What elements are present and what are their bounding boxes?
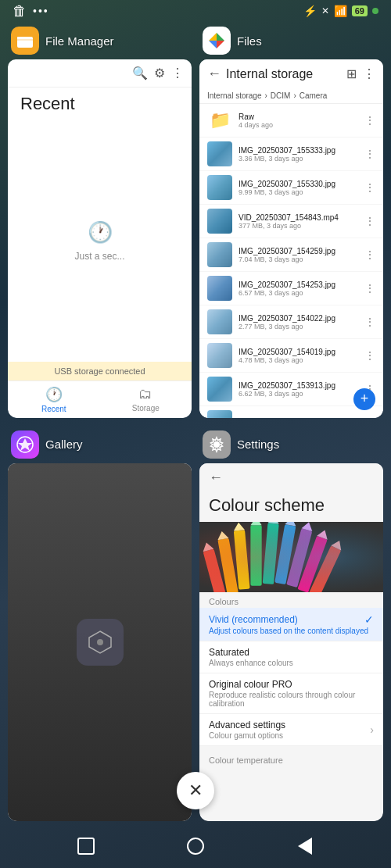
vivid-option-name: Vivid (recommended) — [209, 614, 298, 625]
breadcrumb-2[interactable]: DCIM — [271, 91, 291, 100]
file-more-btn[interactable]: ⋮ — [364, 248, 375, 261]
settings-option-advanced[interactable]: Advanced settings Colour gamut options › — [199, 714, 383, 746]
files-toolbar-right: ⊞ ⋮ — [346, 66, 375, 81]
files-list: 📁 Raw 4 days ago ⋮ IMG_20250307_155333.j… — [199, 104, 383, 418]
image-thumb — [207, 209, 232, 234]
breadcrumb-3[interactable]: Camera — [300, 91, 328, 100]
close-icon: ✕ — [188, 780, 203, 801]
breadcrumb-1[interactable]: Internal storage — [207, 91, 262, 100]
fm-storage-label: Storage — [132, 404, 160, 413]
app-card-gallery: Gallery — [8, 426, 192, 822]
settings-icon — [203, 430, 231, 459]
settings-option-vivid[interactable]: Vivid (recommended) ✓ Adjust colours bas… — [199, 608, 383, 641]
file-manager-window[interactable]: 🔍 ⚙ ⋮ Recent 🕐 Just a sec... USB storage… — [8, 59, 192, 418]
files-window[interactable]: ← Internal storage ⊞ ⋮ Internal storage … — [199, 59, 383, 418]
app-card-file-manager: File Manager 🔍 ⚙ ⋮ Recent 🕐 Just a sec..… — [8, 22, 192, 418]
files-title: Files — [237, 34, 262, 48]
settings-option-original[interactable]: Original colour PRO Reproduce realistic … — [199, 673, 383, 714]
list-item[interactable]: VID_20250307_154843.mp4 377 MB, 3 days a… — [199, 205, 383, 238]
svg-marker-8 — [18, 438, 32, 451]
file-meta: 4 days ago — [239, 121, 358, 129]
svg-rect-31 — [199, 522, 383, 592]
nav-recents-btn[interactable] — [69, 829, 103, 863]
close-button[interactable]: ✕ — [177, 772, 214, 809]
advanced-arrow-icon: › — [370, 723, 374, 736]
image-thumb — [207, 242, 232, 267]
list-item[interactable]: 📁 Raw 4 days ago ⋮ — [199, 104, 383, 138]
fm-nav-recent[interactable]: 🕐 Recent — [8, 381, 100, 418]
trash-icon[interactable]: 🗑 — [13, 3, 27, 20]
files-breadcrumb: Internal storage › DCIM › Camera — [199, 88, 383, 104]
colour-temp-label: Colour temperature — [199, 751, 383, 766]
files-icon — [203, 27, 231, 55]
list-item[interactable]: IMG_20250307_155330.jpg 9.99 MB, 3 days … — [199, 171, 383, 205]
app-header-files: Files — [199, 22, 383, 59]
files-more-icon[interactable]: ⋮ — [363, 66, 375, 81]
image-thumb — [207, 175, 232, 200]
file-more-btn[interactable]: ⋮ — [364, 349, 375, 362]
gallery-window[interactable] — [8, 463, 192, 822]
files-fab-btn[interactable]: + — [353, 388, 375, 410]
nav-back-btn[interactable] — [288, 829, 322, 863]
image-thumb — [207, 276, 232, 301]
more-icon[interactable]: ••• — [33, 5, 49, 17]
original-option-desc: Reproduce realistic colours through colo… — [209, 691, 374, 708]
advanced-option-desc: Colour gamut options — [209, 731, 285, 740]
fm-nav-storage[interactable]: 🗂 Storage — [100, 381, 192, 418]
file-more-btn[interactable]: ⋮ — [364, 215, 375, 227]
list-item[interactable]: IMG_20250307_153801.jpg ⋮ — [199, 406, 383, 418]
files-back-btn[interactable]: ← — [207, 66, 221, 82]
breadcrumb-sep-1: › — [265, 91, 267, 100]
svg-point-10 — [213, 441, 220, 448]
settings-window[interactable]: ← Colour scheme — [199, 463, 383, 822]
list-item[interactable]: IMG_20250307_154022.jpg 2.77 MB, 3 days … — [199, 305, 383, 339]
fm-more-icon[interactable]: ⋮ — [171, 66, 184, 80]
file-name: Raw — [239, 113, 358, 121]
fm-search-icon[interactable]: 🔍 — [132, 66, 148, 80]
wifi-icon: 📶 — [334, 5, 347, 17]
file-name: IMG_20250307_154259.jpg — [239, 247, 358, 255]
gallery-center-icon — [77, 619, 124, 666]
app-card-files: Files ← Internal storage ⊞ ⋮ Internal st… — [199, 22, 383, 418]
fm-filter-icon[interactable]: ⚙ — [154, 66, 165, 80]
file-meta: 6.62 MB, 3 days ago — [239, 390, 358, 398]
vivid-check-icon: ✓ — [364, 613, 374, 626]
file-info: IMG_20250307_154022.jpg 2.77 MB, 3 days … — [239, 314, 358, 330]
file-info: IMG_20250307_153913.jpg 6.62 MB, 3 days … — [239, 381, 358, 398]
list-item[interactable]: IMG_20250307_154253.jpg 6.57 MB, 3 days … — [199, 272, 383, 305]
file-info: IMG_20250307_155333.jpg 3.36 MB, 3 days … — [239, 146, 358, 163]
fm-toolbar: 🔍 ⚙ ⋮ — [8, 59, 192, 88]
file-more-btn[interactable]: ⋮ — [364, 316, 375, 328]
list-item[interactable]: IMG_20250307_154259.jpg 7.04 MB, 3 days … — [199, 238, 383, 272]
file-meta: 6.57 MB, 3 days ago — [239, 289, 358, 297]
file-more-btn[interactable]: ⋮ — [364, 148, 375, 160]
file-meta: 2.77 MB, 3 days ago — [239, 323, 358, 330]
svg-point-9 — [97, 639, 103, 645]
file-more-btn[interactable]: ⋮ — [364, 114, 375, 127]
file-more-btn[interactable]: ⋮ — [364, 416, 375, 418]
folder-thumb: 📁 — [207, 108, 232, 133]
bottom-nav — [0, 824, 391, 868]
fm-bottom-nav: 🕐 Recent 🗂 Storage — [8, 380, 192, 418]
files-grid-icon[interactable]: ⊞ — [346, 66, 357, 81]
app-card-settings: Settings ← Colour scheme — [199, 426, 383, 822]
settings-option-saturated[interactable]: Saturated Always enhance colours — [199, 641, 383, 673]
list-item[interactable]: IMG_20250307_155333.jpg 3.36 MB, 3 days … — [199, 138, 383, 171]
status-right: ⚡ ✕ 📶 69 — [303, 5, 378, 17]
settings-colours-label: Colours — [199, 592, 383, 608]
fm-usb-bar: USB storage connected — [8, 362, 192, 380]
home-circle-icon — [187, 838, 204, 855]
nav-home-btn[interactable] — [178, 829, 213, 863]
settings-back-btn[interactable]: ← — [209, 470, 223, 486]
file-more-btn[interactable]: ⋮ — [364, 282, 375, 295]
recents-square-icon — [77, 838, 95, 855]
file-meta: 4.78 MB, 3 days ago — [239, 356, 358, 364]
fm-storage-icon: 🗂 — [138, 386, 152, 402]
file-more-btn[interactable]: ⋮ — [364, 181, 375, 194]
file-info: Raw 4 days ago — [239, 113, 358, 129]
fm-loading-text: Just a sec... — [74, 251, 124, 262]
list-item[interactable]: IMG_20250307_154019.jpg 4.78 MB, 3 days … — [199, 339, 383, 373]
file-info: IMG_20250307_154259.jpg 7.04 MB, 3 days … — [239, 247, 358, 263]
bluetooth-icon: ⚡ — [303, 5, 317, 17]
active-dot — [372, 8, 378, 14]
